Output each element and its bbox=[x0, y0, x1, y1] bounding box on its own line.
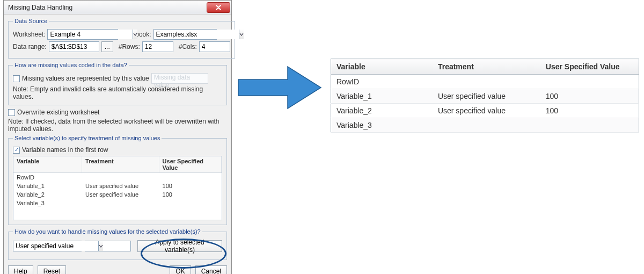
cols-label: #Cols: bbox=[179, 43, 197, 51]
cancel-button[interactable]: Cancel bbox=[195, 265, 227, 274]
chevron-down-icon[interactable] bbox=[98, 241, 103, 251]
close-button[interactable] bbox=[207, 2, 230, 13]
fieldset-select-vars: Select variable(s) to specify treatment … bbox=[8, 135, 227, 225]
legend-coding: How are missing values coded in the data… bbox=[13, 62, 129, 68]
fieldset-handle: How do you want to handle missing values… bbox=[8, 228, 227, 260]
apply-to-selected-button[interactable]: Apply to selected variable(s) bbox=[137, 240, 222, 252]
fieldset-data-source: Data Source Worksheet: Workbook: bbox=[8, 18, 235, 59]
table-row: Variable_3 bbox=[331, 118, 639, 133]
reset-button[interactable]: Reset bbox=[38, 265, 66, 274]
datarange-label: Data range: bbox=[13, 43, 47, 51]
firstrow-checkbox[interactable] bbox=[13, 147, 20, 154]
chevron-down-icon[interactable] bbox=[239, 30, 244, 39]
table-row[interactable]: RowID bbox=[13, 173, 222, 182]
treatments-table[interactable]: Variable Treatment User Specified Value … bbox=[13, 156, 222, 220]
missing-value-input-disabled: Missing data value bbox=[151, 73, 208, 84]
help-button[interactable]: Help bbox=[8, 265, 33, 274]
coding-note: Note: Empty and invalid cells are automa… bbox=[13, 85, 222, 100]
cols-input[interactable] bbox=[199, 41, 230, 52]
ok-button[interactable]: OK bbox=[170, 265, 191, 274]
col-treatment: Treatment bbox=[82, 156, 159, 172]
col-user-value: User Specified Value bbox=[159, 156, 222, 172]
overwrite-note: Note: If checked, data from the selected… bbox=[8, 118, 227, 133]
col-user-value: User Specified Value bbox=[540, 59, 639, 75]
workbook-input[interactable] bbox=[154, 30, 239, 39]
chevron-down-icon[interactable] bbox=[133, 30, 137, 39]
table-row[interactable]: Variable_1 User specified value 100 bbox=[13, 182, 222, 190]
missing-value-checkbox-label: Missing values are represented by this v… bbox=[22, 75, 149, 82]
table-row[interactable]: Variable_2 User specified value 100 bbox=[13, 190, 222, 199]
dialog-title: Missing Data Handling bbox=[8, 4, 207, 11]
table-row[interactable]: Variable_3 bbox=[13, 199, 222, 207]
col-variable: Variable bbox=[13, 156, 82, 172]
result-table: Variable Treatment User Specified Value … bbox=[331, 59, 639, 133]
datarange-input[interactable] bbox=[49, 41, 99, 52]
datarange-picker-button[interactable]: ... bbox=[101, 41, 113, 52]
legend-data-source: Data Source bbox=[13, 18, 49, 24]
missing-value-checkbox[interactable] bbox=[13, 75, 20, 82]
table-row: RowID bbox=[331, 75, 639, 89]
missing-data-dialog: Missing Data Handling Data Source Worksh… bbox=[3, 0, 232, 274]
fieldset-coding: How are missing values coded in the data… bbox=[8, 62, 227, 105]
dialog-body: Data Source Worksheet: Workbook: bbox=[4, 15, 231, 264]
dialog-footer: Help Reset OK Cancel bbox=[4, 264, 231, 274]
treatment-method-combobox[interactable] bbox=[13, 241, 82, 251]
treatment-method-input[interactable] bbox=[13, 241, 98, 251]
arrow-right-icon bbox=[236, 63, 323, 112]
worksheet-input[interactable] bbox=[48, 30, 133, 39]
dialog-titlebar[interactable]: Missing Data Handling bbox=[4, 1, 231, 15]
legend-handle: How do you want to handle missing values… bbox=[13, 228, 202, 235]
col-treatment: Treatment bbox=[433, 59, 540, 75]
worksheet-label: Worksheet: bbox=[13, 31, 45, 38]
col-variable: Variable bbox=[331, 59, 433, 75]
overwrite-checkbox-label: Overwrite existing worksheet bbox=[17, 109, 99, 116]
table-header-row: Variable Treatment User Specified Value bbox=[331, 59, 639, 75]
table-row: Variable_2 User specified value 100 bbox=[331, 104, 639, 118]
table-row: Variable_1 User specified value 100 bbox=[331, 89, 639, 104]
table-header-row: Variable Treatment User Specified Value bbox=[13, 156, 222, 173]
rows-label: #Rows: bbox=[119, 43, 140, 51]
overwrite-checkbox[interactable] bbox=[8, 109, 15, 116]
firstrow-checkbox-label: Variable names in the first row bbox=[22, 146, 108, 154]
close-icon bbox=[215, 5, 222, 10]
legend-select-vars: Select variable(s) to specify treatment … bbox=[13, 135, 162, 141]
workbook-combobox[interactable] bbox=[153, 29, 217, 40]
worksheet-combobox[interactable] bbox=[47, 29, 118, 40]
rows-input[interactable] bbox=[142, 41, 173, 52]
